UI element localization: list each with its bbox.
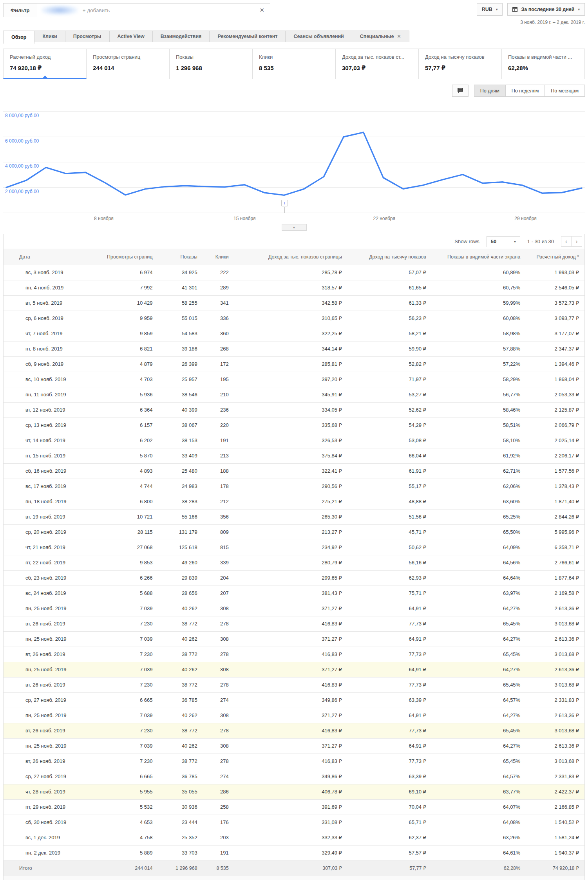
table-body: вс, 3 нояб. 20196 97434 925222285,78 ₽57… (4, 265, 584, 860)
cell-value: 207 (203, 585, 234, 601)
col-header-impressions[interactable]: Показы (158, 249, 203, 265)
tab-close-icon[interactable]: ✕ (397, 34, 401, 39)
table-row: пт, 29 нояб. 20195 53230 936258391,69 ₽7… (4, 799, 584, 815)
tab-views[interactable]: Просмотры (65, 31, 110, 42)
table-row: сб, 16 нояб. 20194 89325 480188322,41 ₽6… (4, 463, 584, 479)
annotation-marker-line (284, 207, 285, 213)
cell-value: 53,08 ₽ (347, 433, 432, 448)
col-header-impression-rpm[interactable]: Доход на тысячу показов (347, 249, 432, 265)
cell-date: вс, 24 нояб. 2019 (4, 585, 92, 601)
cell-value: 2 166,85 ₽ (526, 799, 584, 815)
cell-value: 7 230 (92, 647, 158, 662)
cell-value: 56,16 ₽ (347, 555, 432, 570)
prev-page-button[interactable]: ‹ (561, 236, 572, 247)
comment-icon[interactable] (452, 85, 469, 97)
filter-button[interactable]: Фильтр (3, 3, 37, 17)
card-impression-rpm[interactable]: Доход на тысячу показов 57,77 ₽ (419, 49, 502, 79)
filter-add-input[interactable] (83, 7, 258, 13)
tab-ad-sessions[interactable]: Сеансы объявлений (286, 31, 352, 42)
cell-date: пт, 15 нояб. 2019 (4, 448, 92, 463)
card-label: Доход на тысячу показов (425, 54, 495, 60)
cell-value: 58,51% (432, 417, 526, 433)
cell-date: пн, 18 нояб. 2019 (4, 494, 92, 509)
cell-value: 59,90 ₽ (347, 341, 432, 356)
footer-label: Средние значения (4, 876, 92, 880)
cell-value: 6 202 (92, 433, 158, 448)
chart-granularity-group: По дням По неделям По месяцам (474, 85, 585, 97)
cell-value: 416,83 ₽ (234, 754, 347, 769)
cell-date: пн, 25 нояб. 2019 (4, 601, 92, 616)
card-page-views[interactable]: Просмотры страниц 244 014 (87, 49, 170, 79)
cell-value: 34 925 (158, 265, 203, 280)
cell-value: 7 230 (92, 677, 158, 692)
cell-value: 1 868,04 ₽ (526, 372, 584, 387)
tab-active-view[interactable]: Active View (110, 31, 153, 42)
table-row: вс, 17 нояб. 20194 74424 983178290,56 ₽5… (4, 479, 584, 494)
filter-bar: Фильтр ✕ (3, 3, 270, 17)
card-page-rpm[interactable]: Доход за тыс. показов ст... 307,03 ₽ (336, 49, 419, 79)
date-range-select[interactable]: За последние 30 дней ▾ (507, 3, 585, 16)
by-day-button[interactable]: По дням (474, 85, 506, 97)
chevron-down-icon: ▾ (496, 7, 498, 11)
cell-date: пн, 11 нояб. 2019 (4, 387, 92, 402)
cell-value: 2 331,83 ₽ (526, 692, 584, 708)
tab-clicks[interactable]: Клики (34, 31, 65, 42)
card-viewability[interactable]: Показы в видимой части ... 62,28% (502, 49, 585, 79)
by-week-button[interactable]: По неделям (506, 85, 545, 97)
card-impressions[interactable]: Показы 1 296 968 (170, 49, 253, 79)
cell-date: пт, 22 нояб. 2019 (4, 555, 92, 570)
cell-value: 58,10% (432, 433, 526, 448)
cell-value: 57,22% (432, 356, 526, 372)
cell-date: вт, 26 нояб. 2019 (4, 723, 92, 738)
cell-value: 6 364 (92, 402, 158, 417)
filter-input-box[interactable]: ✕ (37, 3, 270, 17)
cell-value: 62,93 ₽ (347, 570, 432, 585)
collapse-chart-button[interactable]: ▲ (282, 224, 307, 231)
col-header-viewability[interactable]: Показы в видимой части экрана (432, 249, 526, 265)
close-icon[interactable]: ✕ (258, 7, 266, 14)
cell-value: 131 179 (158, 524, 203, 540)
currency-select[interactable]: RUB ▾ (477, 3, 503, 16)
cell-value: 77,73 ₽ (347, 723, 432, 738)
cell-value: 6 800 (92, 494, 158, 509)
tab-interactions[interactable]: Взаимодействия (153, 31, 210, 42)
tab-custom[interactable]: Специальные ✕ (352, 31, 409, 42)
card-estimated-revenue[interactable]: Расчетный доход 74 920,18 ₽ (3, 49, 87, 79)
tab-overview[interactable]: Обзор (3, 31, 34, 44)
cell-value: 6 821 (92, 341, 158, 356)
card-clicks[interactable]: Клики 8 535 (253, 49, 336, 79)
pager: ‹ › (561, 236, 582, 247)
table-row: вт, 26 нояб. 20197 23038 772278416,83 ₽7… (4, 723, 584, 738)
cell-value: 278 (203, 754, 234, 769)
cell-date: вт, 19 нояб. 2019 (4, 509, 92, 524)
page-size-select[interactable]: 50 ▾ (487, 236, 520, 247)
cell-value: 268 (203, 341, 234, 356)
cell-value: 2 347,37 ₽ (526, 341, 584, 356)
col-header-page-rpm[interactable]: Доход за тыс. показов страницы (234, 249, 347, 265)
cell-date: вт, 12 нояб. 2019 (4, 402, 92, 417)
col-header-pageviews[interactable]: Просмотры страниц (92, 249, 158, 265)
add-annotation-button[interactable]: + (281, 200, 288, 206)
calendar-icon (512, 7, 517, 12)
show-rows-label: Show rows (454, 239, 479, 244)
col-header-clicks[interactable]: Клики (203, 249, 234, 265)
next-page-button[interactable]: › (572, 236, 582, 247)
table-row: пн, 25 нояб. 20197 03940 262308371,27 ₽6… (4, 601, 584, 616)
cell-value: 56,77% (432, 387, 526, 402)
cell-value: 29 839 (158, 570, 203, 585)
cell-value: 2 766,61 ₽ (526, 555, 584, 570)
by-month-button[interactable]: По месяцам (545, 85, 585, 97)
x-axis-label: 29 ноября (514, 216, 536, 221)
cell-value: 40 262 (158, 601, 203, 616)
cell-date: пт, 29 нояб. 2019 (4, 799, 92, 815)
cell-date: ср, 13 нояб. 2019 (4, 417, 92, 433)
cell-value: 416,83 ₽ (234, 647, 347, 662)
filter-chip-redacted[interactable] (41, 5, 78, 15)
table-row: чт, 21 нояб. 201927 068125 618815234,92 … (4, 540, 584, 555)
cell-value: 5 889 (92, 845, 158, 860)
y-axis-label: 8 000,00 руб.00 (5, 113, 39, 118)
col-header-revenue[interactable]: Расчетный доход * (526, 249, 584, 265)
col-header-date[interactable]: Дата (4, 249, 92, 265)
tab-recommended-content[interactable]: Рекомендуемый контент (210, 31, 286, 42)
table-row: ср, 13 нояб. 20196 15738 067220335,68 ₽5… (4, 417, 584, 433)
